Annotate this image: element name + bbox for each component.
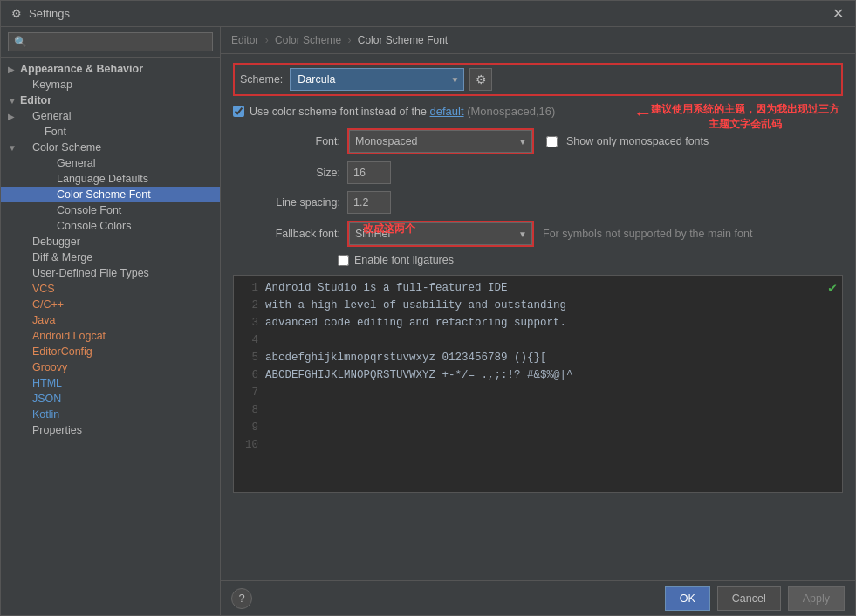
size-row: Size: [247, 161, 843, 184]
sidebar-item-color-scheme-font[interactable]: Color Scheme Font [1, 187, 220, 202]
close-button[interactable]: ✕ [829, 5, 846, 23]
main-panel: Editor › Color Scheme › Color Scheme Fon… [221, 27, 855, 615]
panel-content: 建议使用系统的主题，因为我出现过三方 主题文字会乱码 ← Scheme: Dar… [221, 54, 855, 580]
arrow-icon: ▶ [8, 112, 20, 121]
breadcrumb-sep1: › [265, 34, 271, 46]
preview-area: ✔ 1 Android Studio is a full-featured ID… [233, 275, 843, 493]
gear-button[interactable]: ⚙ [469, 68, 492, 91]
help-button[interactable]: ? [231, 588, 252, 609]
use-color-scheme-label: Use color scheme font instead of the [250, 106, 427, 118]
breadcrumb-color-scheme: Color Scheme [275, 34, 341, 46]
sidebar-item-label: Appearance & Behavior [20, 63, 143, 75]
sidebar-item-cs-general[interactable]: General [1, 155, 220, 171]
titlebar: ⚙ Settings ✕ [1, 1, 855, 27]
size-input[interactable] [347, 161, 391, 184]
default-hint: (Monospaced,16) [467, 105, 555, 118]
show-monospaced-label: Show only monospaced fonts [566, 135, 709, 147]
line-spacing-label: Line spacing: [247, 196, 347, 209]
font-label: Font: [247, 135, 347, 147]
preview-line: 10 [236, 436, 840, 454]
sidebar-item-debugger[interactable]: Debugger [1, 234, 220, 250]
sidebar-item-label: Keymap [32, 79, 72, 91]
sidebar-item-vcs[interactable]: VCS [1, 281, 220, 297]
sidebar-item-java[interactable]: Java [1, 312, 220, 328]
settings-window: ⚙ Settings ✕ ▶ Appearance & Behavior Key… [0, 0, 856, 616]
preview-line: 4 [236, 332, 840, 349]
preview-line: 3 advanced code editing and refactoring … [236, 314, 840, 332]
sidebar-item-label: Kotlin [32, 408, 59, 421]
preview-line: 7 [236, 384, 840, 401]
sidebar-item-editorconfig[interactable]: EditorConfig [1, 344, 220, 359]
window-title: Settings [29, 7, 829, 20]
cancel-button[interactable]: Cancel [717, 586, 781, 611]
show-monospaced-checkbox[interactable] [546, 136, 558, 147]
arrow-icon: ▼ [8, 96, 20, 106]
annotation-arrow1: ← [633, 102, 653, 125]
sidebar-item-html[interactable]: HTML [1, 375, 220, 391]
sidebar-item-label: Language Defaults [57, 173, 148, 185]
sidebar-item-label: General [57, 157, 95, 169]
search-input[interactable] [8, 32, 213, 51]
sidebar-item-label: Diff & Merge [32, 251, 92, 264]
sidebar-item-cpp[interactable]: C/C++ [1, 297, 220, 312]
sidebar-item-appearance-behavior[interactable]: ▶ Appearance & Behavior [1, 61, 220, 77]
font-dropdown[interactable]: Monospaced Arial Consolas Courier New Si… [349, 130, 532, 153]
sidebar: ▶ Appearance & Behavior Keymap ▼ Editor … [1, 27, 221, 615]
preview-line: 6 ABCDEFGHIJKLMNOPQRSTUVWXYZ +-*/= .,;:!… [236, 366, 840, 384]
font-dropdown-wrapper: Monospaced Arial Consolas Courier New Si… [347, 128, 534, 154]
sidebar-item-label: JSON [32, 393, 61, 405]
scheme-row: Scheme: Darcula Default High contrast ▼ … [233, 63, 843, 96]
sidebar-item-json[interactable]: JSON [1, 391, 220, 407]
sidebar-item-android-logcat[interactable]: Android Logcat [1, 328, 220, 344]
ok-button[interactable]: OK [665, 586, 710, 611]
preview-line: 2 with a high level of usability and out… [236, 297, 840, 314]
breadcrumb-editor: Editor [231, 34, 258, 46]
sidebar-item-label: Debugger [32, 236, 80, 248]
sidebar-item-label: User-Defined File Types [32, 267, 149, 279]
sidebar-item-user-defined-file-types[interactable]: User-Defined File Types [1, 265, 220, 281]
fallback-label: Fallback font: [247, 228, 347, 240]
breadcrumb: Editor › Color Scheme › Color Scheme Fon… [221, 27, 855, 54]
search-box [1, 27, 220, 58]
sidebar-item-console-font[interactable]: Console Font [1, 202, 220, 218]
sidebar-item-label: VCS [32, 283, 55, 295]
sidebar-item-keymap[interactable]: Keymap [1, 77, 220, 92]
sidebar-item-label: Properties [32, 424, 82, 436]
sidebar-item-groovy[interactable]: Groovy [1, 359, 220, 375]
apply-button[interactable]: Apply [788, 586, 845, 611]
sidebar-item-label: C/C++ [32, 298, 64, 311]
ligatures-checkbox[interactable] [338, 255, 349, 266]
sidebar-item-label: HTML [32, 377, 62, 389]
preview-line: 8 [236, 401, 840, 419]
annotation-left: 改成这两个 [363, 222, 415, 236]
sidebar-item-editor[interactable]: ▼ Editor [1, 92, 220, 108]
sidebar-item-label: Color Scheme [32, 141, 101, 154]
breadcrumb-color-scheme-font: Color Scheme Font [358, 34, 448, 46]
sidebar-item-label: Color Scheme Font [57, 188, 151, 201]
sidebar-item-label: EditorConfig [32, 346, 92, 358]
preview-line: 5 abcdefghijklmnopqrstuvwxyz 0123456789 … [236, 349, 840, 366]
font-row: Font: Monospaced Arial Consolas Courier … [247, 128, 843, 154]
default-link[interactable]: default [430, 105, 464, 118]
sidebar-item-color-scheme[interactable]: ▼ Color Scheme [1, 140, 220, 155]
scheme-dropdown[interactable]: Darcula Default High contrast [290, 68, 464, 91]
bottom-bar: ? OK Cancel Apply [221, 580, 855, 615]
use-color-scheme-checkbox[interactable] [233, 106, 244, 117]
sidebar-item-general[interactable]: ▶ General [1, 108, 220, 124]
ligatures-row: Enable font ligatures [338, 254, 843, 266]
line-spacing-input[interactable] [347, 191, 391, 214]
sidebar-item-label: Android Logcat [32, 330, 106, 342]
ligatures-label: Enable font ligatures [354, 254, 454, 266]
sidebar-item-diff-merge[interactable]: Diff & Merge [1, 250, 220, 265]
sidebar-item-language-defaults[interactable]: Language Defaults [1, 171, 220, 187]
size-label: Size: [247, 167, 347, 179]
sidebar-item-kotlin[interactable]: Kotlin [1, 407, 220, 422]
sidebar-item-font[interactable]: Font [1, 124, 220, 140]
sidebar-item-properties[interactable]: Properties [1, 422, 220, 438]
sidebar-item-console-colors[interactable]: Console Colors [1, 218, 220, 234]
scheme-label: Scheme: [240, 73, 283, 86]
preview-line: 1 Android Studio is a full-featured IDE [236, 279, 840, 297]
tree-view: ▶ Appearance & Behavior Keymap ▼ Editor … [1, 58, 220, 615]
fallback-font-row: Fallback font: SimHei None Arial Monospa… [247, 221, 843, 247]
preview-line: 9 [236, 419, 840, 436]
